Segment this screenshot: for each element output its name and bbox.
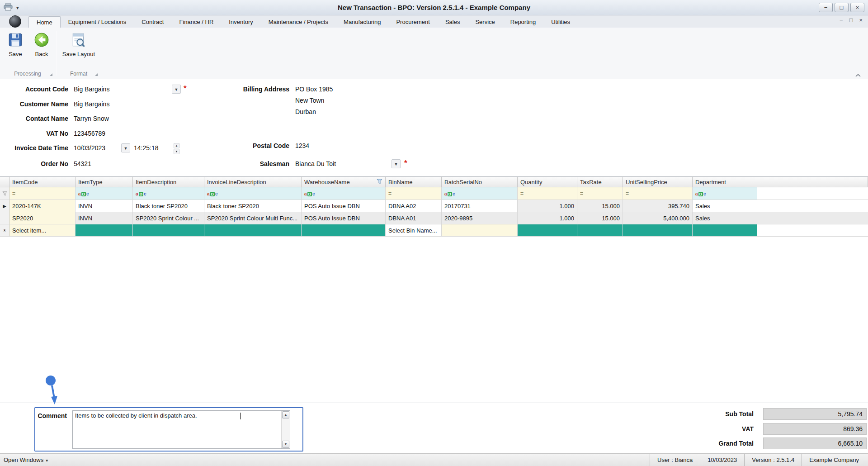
filter-cell-itemcode[interactable]: = xyxy=(9,187,75,200)
spinner-up-icon[interactable]: ▲ xyxy=(174,143,179,148)
comment-scrollbar[interactable]: ▲ ▼ xyxy=(281,411,290,448)
mdi-close-button[interactable]: × xyxy=(859,17,863,24)
tab-service[interactable]: Service xyxy=(467,16,502,28)
cell-itemdescription[interactable]: Black toner SP2020 xyxy=(133,200,204,212)
cell-unitsellingprice[interactable]: 5,400.000 xyxy=(623,212,693,224)
comment-input[interactable]: Items to be collected by client in dispa… xyxy=(72,410,290,449)
filter-cell-taxrate[interactable]: = xyxy=(577,187,623,200)
processing-dialog-launcher-icon[interactable] xyxy=(50,73,52,76)
scroll-down-icon[interactable]: ▼ xyxy=(282,441,289,448)
tab-finance-hr[interactable]: Finance / HR xyxy=(171,16,221,28)
column-header-invoicelinedescription[interactable]: InvoiceLineDescription xyxy=(204,177,302,187)
cell-itemtype[interactable]: INVN xyxy=(75,212,133,224)
newrow-itemtype[interactable] xyxy=(75,224,133,237)
tab-utilities[interactable]: Utilities xyxy=(543,16,578,28)
cell-invoicelinedescription[interactable]: Black toner SP2020 xyxy=(204,200,302,212)
salesman-value[interactable]: Bianca Du Toit xyxy=(295,159,336,169)
tab-reporting[interactable]: Reporting xyxy=(503,16,543,28)
column-header-itemdescription[interactable]: ItemDescription xyxy=(133,177,204,187)
newrow-binname[interactable]: Select Bin Name... xyxy=(386,224,442,237)
back-button[interactable]: Back xyxy=(29,31,54,57)
quick-access-caret-icon[interactable]: ▾ xyxy=(16,5,19,11)
cell-binname[interactable]: DBNA A01 xyxy=(386,212,442,224)
postal-code-value[interactable]: 1234 xyxy=(295,141,309,151)
order-no-value[interactable]: 54321 xyxy=(74,159,91,169)
cell-invoicelinedescription[interactable]: SP2020 Sprint Colour Multi Func... xyxy=(204,212,302,224)
cell-unitsellingprice[interactable]: 395.740 xyxy=(623,200,693,212)
cell-itemcode[interactable]: SP2020 xyxy=(9,212,75,224)
filter-cell-itemdescription[interactable]: aBc xyxy=(133,187,204,200)
cell-binname[interactable]: DBNA A02 xyxy=(386,200,442,212)
filter-cell-quantity[interactable]: = xyxy=(518,187,577,200)
billing-address-line3[interactable]: Durban xyxy=(295,107,316,117)
tab-manufacturing[interactable]: Manufacturing xyxy=(336,16,388,28)
newrow-taxrate[interactable] xyxy=(577,224,623,237)
column-header-department[interactable]: Department xyxy=(693,177,757,187)
column-header-warehousename[interactable]: WarehouseName xyxy=(302,177,386,187)
cell-department[interactable]: Sales xyxy=(693,212,757,224)
newrow-itemdescription[interactable] xyxy=(133,224,204,237)
scroll-up-icon[interactable]: ▲ xyxy=(282,411,289,418)
contact-name-value[interactable]: Tarryn Snow xyxy=(74,114,109,124)
cell-itemcode[interactable]: 2020-147K xyxy=(9,200,75,212)
newrow-department[interactable] xyxy=(693,224,757,237)
newrow-batchserialno[interactable] xyxy=(442,224,518,237)
tab-home[interactable]: Home xyxy=(28,16,61,28)
filter-cell-batchserialno[interactable]: aBc xyxy=(442,187,518,200)
invoice-time-value[interactable]: 14:25:18 xyxy=(134,143,159,153)
account-code-dropdown-icon[interactable]: ▼ xyxy=(172,85,181,94)
tab-contract[interactable]: Contract xyxy=(134,16,171,28)
filter-cell-itemtype[interactable]: aBc xyxy=(75,187,133,200)
column-header-binname[interactable]: BinName xyxy=(386,177,442,187)
spinner-down-icon[interactable]: ▼ xyxy=(174,149,179,154)
column-header-taxrate[interactable]: TaxRate xyxy=(577,177,623,187)
cell-itemdescription[interactable]: SP2020 Sprint Colour ... xyxy=(133,212,204,224)
column-header-itemtype[interactable]: ItemType xyxy=(75,177,133,187)
cell-itemtype[interactable]: INVN xyxy=(75,200,133,212)
filter-cell-unitsellingprice[interactable]: = xyxy=(623,187,693,200)
column-header-unitsellingprice[interactable]: UnitSellingPrice xyxy=(623,177,693,187)
time-spinner[interactable]: ▲ ▼ xyxy=(174,143,179,153)
cell-quantity[interactable]: 1.000 xyxy=(518,212,577,224)
cell-warehousename[interactable]: POS Auto Issue DBN xyxy=(302,212,386,224)
newrow-quantity[interactable] xyxy=(518,224,577,237)
salesman-dropdown-icon[interactable]: ▼ xyxy=(392,159,401,168)
newrow-invoicelinedescription[interactable] xyxy=(204,224,302,237)
customer-name-value[interactable]: Big Bargains xyxy=(74,99,109,109)
cell-warehousename[interactable]: POS Auto Issue DBN xyxy=(302,200,386,212)
column-header-batchserialno[interactable]: BatchSerialNo xyxy=(442,177,518,187)
billing-address-line2[interactable]: New Town xyxy=(295,95,324,105)
tab-inventory[interactable]: Inventory xyxy=(221,16,260,28)
bpo-logo-icon[interactable] xyxy=(9,15,21,28)
filter-cell-binname[interactable]: = xyxy=(386,187,442,200)
mdi-restore-button[interactable]: □ xyxy=(849,17,853,24)
cell-batchserialno[interactable]: 2020-9895 xyxy=(442,212,518,224)
cell-batchserialno[interactable]: 20170731 xyxy=(442,200,518,212)
vat-no-value[interactable]: 123456789 xyxy=(74,128,105,138)
maximize-button[interactable]: □ xyxy=(835,3,849,12)
filter-cell-warehousename[interactable]: aBc xyxy=(302,187,386,200)
format-dialog-launcher-icon[interactable] xyxy=(95,73,98,76)
account-code-value[interactable]: Big Bargains xyxy=(74,84,109,94)
open-windows-button[interactable]: Open Windows▾ xyxy=(4,454,48,466)
mdi-minimize-button[interactable]: − xyxy=(840,17,843,24)
cell-quantity[interactable]: 1.000 xyxy=(518,200,577,212)
filter-funnel-icon[interactable] xyxy=(377,179,382,185)
filter-cell-department[interactable]: aBc xyxy=(693,187,757,200)
newrow-warehousename[interactable] xyxy=(302,224,386,237)
invoice-date-value[interactable]: 10/03/2023 xyxy=(74,143,105,153)
tab-maintenance-projects[interactable]: Maintenance / Projects xyxy=(261,16,336,28)
column-header-itemcode[interactable]: ItemCode xyxy=(9,177,75,187)
tab-procurement[interactable]: Procurement xyxy=(388,16,437,28)
close-button[interactable]: × xyxy=(850,3,864,12)
cell-taxrate[interactable]: 15.000 xyxy=(577,200,623,212)
billing-address-line1[interactable]: PO Box 1985 xyxy=(295,84,333,94)
newrow-itemcode[interactable]: Select item... xyxy=(9,224,75,237)
cell-department[interactable]: Sales xyxy=(693,200,757,212)
column-header-quantity[interactable]: Quantity xyxy=(518,177,577,187)
save-layout-button[interactable]: Save Layout xyxy=(59,31,99,57)
invoice-date-dropdown-icon[interactable]: ▼ xyxy=(121,143,130,152)
minimize-button[interactable]: − xyxy=(819,3,833,12)
tab-sales[interactable]: Sales xyxy=(438,16,468,28)
tab-equipment-locations[interactable]: Equipment / Locations xyxy=(61,16,134,28)
